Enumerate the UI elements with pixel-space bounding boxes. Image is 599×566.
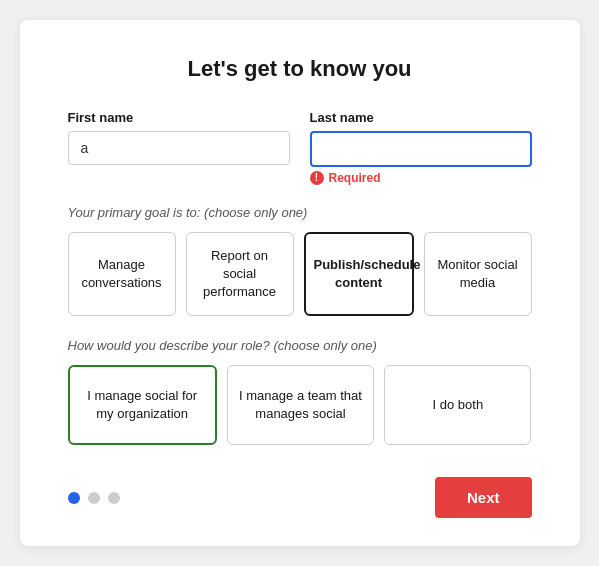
page-title: Let's get to know you [68,56,532,82]
last-name-input[interactable] [310,131,532,167]
footer: Next [68,477,532,518]
dot-1 [68,492,80,504]
role-manage-team[interactable]: I manage a team that manages social [227,365,374,445]
first-name-group: First name [68,110,290,185]
primary-goal-label: Your primary goal is to: (choose only on… [68,205,532,220]
goal-options-row: Manage conversations Report on social pe… [68,232,532,317]
required-error: ! Required [310,171,532,185]
last-name-group: Last name ! Required [310,110,532,185]
role-do-both[interactable]: I do both [384,365,531,445]
goal-monitor-social[interactable]: Monitor social media [424,232,532,317]
dot-2 [88,492,100,504]
role-label: How would you describe your role? (choos… [68,338,532,353]
role-note: (choose only one) [273,338,376,353]
required-text: Required [329,171,381,185]
main-card: Let's get to know you First name Last na… [20,20,580,547]
last-name-label: Last name [310,110,532,125]
first-name-input[interactable] [68,131,290,165]
primary-goal-note: (choose only one) [204,205,307,220]
first-name-label: First name [68,110,290,125]
next-button[interactable]: Next [435,477,532,518]
error-icon: ! [310,171,324,185]
dot-3 [108,492,120,504]
role-options-row: I manage social for my organization I ma… [68,365,532,445]
goal-manage-conversations[interactable]: Manage conversations [68,232,176,317]
goal-report-social[interactable]: Report on social performance [186,232,294,317]
role-manage-org[interactable]: I manage social for my organization [68,365,217,445]
goal-publish-schedule[interactable]: Publish/schedule content [304,232,414,317]
name-row: First name Last name ! Required [68,110,532,185]
progress-dots [68,492,120,504]
